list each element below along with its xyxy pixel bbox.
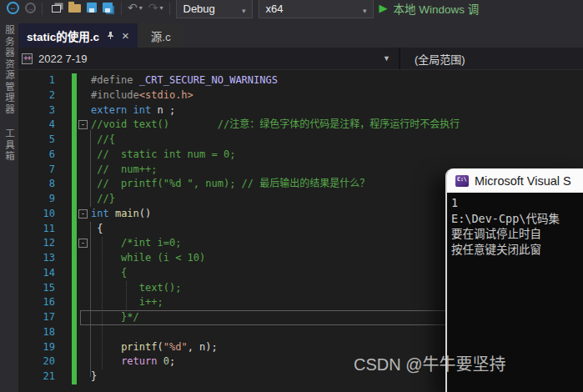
tab-label: static的使用.c — [27, 28, 99, 44]
line-number: 11 — [18, 222, 55, 237]
line-number: 16 — [18, 295, 55, 310]
line-number: 14 — [18, 266, 55, 281]
undo-icon[interactable]: ↶▾ — [128, 1, 143, 14]
code-line: 2#include<stdio.h> — [18, 88, 583, 103]
console-line: 1 — [451, 195, 583, 211]
code-text[interactable]: #define _CRT_SECURE_NO_WARNINGS — [91, 73, 583, 88]
fold-margin — [77, 133, 91, 148]
line-number: 3 — [18, 103, 55, 118]
code-text[interactable]: extern int n ; — [91, 103, 583, 118]
line-number: 5 — [18, 133, 55, 148]
fold-margin — [77, 222, 91, 237]
line-number: 21 — [18, 369, 55, 384]
fold-toggle[interactable]: - — [78, 209, 88, 219]
indent-guide — [102, 237, 103, 369]
fold-margin — [77, 251, 91, 266]
vs-ide-window: ← → ↶▾ ↷▾ Debug ▾ x64 ▾ ▶ 本地 Windows 调 s… — [0, 0, 583, 392]
line-number: 17 — [18, 310, 55, 325]
fold-margin — [77, 369, 91, 384]
line-number: 12 — [18, 236, 55, 251]
document-tabstrip: static的使用.c × 源.c — [0, 21, 583, 48]
line-number: 19 — [18, 340, 55, 355]
fold-margin — [77, 295, 91, 310]
platform-dropdown[interactable]: x64 ▾ — [259, 0, 374, 18]
tab-source-file[interactable]: 源.c — [138, 23, 183, 48]
fold-margin — [77, 88, 91, 103]
scope-name: (全局范围) — [415, 51, 465, 67]
code-line: 1#define _CRT_SECURE_NO_WARNINGS — [18, 73, 583, 88]
main-toolbar: ← → ↶▾ ↷▾ Debug ▾ x64 ▾ ▶ 本地 Windows 调 — [0, 0, 583, 21]
save-all-icon[interactable] — [103, 3, 115, 13]
chevron-down-icon: ▾ — [242, 7, 246, 15]
left-tool-sidebar: 服务器资源管理器工具箱 — [0, 21, 18, 392]
console-line: 要在调试停止时自 — [451, 226, 583, 242]
console-line: E:\Dev-Cpp\代码集 — [451, 211, 583, 227]
redo-icon[interactable]: ↷▾ — [148, 1, 163, 14]
code-text[interactable]: //{ — [91, 133, 583, 148]
fold-margin — [77, 266, 91, 281]
cpp-file-icon: ++ — [22, 53, 33, 64]
line-number: 9 — [18, 192, 55, 207]
outline-guide — [90, 222, 91, 377]
console-icon: C:\ — [455, 175, 469, 187]
code-text[interactable]: //void text() //注意：绿色字体的代码是注释，程序运行时不会执行 — [91, 118, 583, 133]
console-title-bar[interactable]: C:\ Microsoft Visual S — [447, 168, 583, 193]
line-number: 20 — [18, 354, 55, 369]
save-icon[interactable] — [87, 3, 97, 13]
pin-icon[interactable] — [106, 31, 115, 40]
code-line: 4-//void text() //注意：绿色字体的代码是注释，程序运行时不会执… — [18, 118, 583, 133]
sidebar-tool-tab[interactable]: 工具箱 — [3, 128, 16, 163]
fold-margin — [77, 103, 91, 118]
fold-margin — [77, 73, 91, 88]
sidebar-tool-tab[interactable]: 服务器资源管理器 — [3, 25, 16, 115]
start-debug-icon[interactable]: ▶ — [379, 2, 388, 14]
fold-margin — [77, 354, 91, 369]
line-number: 1 — [18, 73, 55, 88]
line-number: 13 — [18, 251, 55, 266]
nav-back-icon[interactable]: ← — [7, 2, 19, 14]
console-line: 按任意键关闭此窗 — [451, 242, 583, 258]
line-number: 7 — [18, 163, 55, 178]
code-text[interactable]: #include<stdio.h> — [91, 88, 583, 103]
outline-guide — [90, 130, 91, 207]
start-debug-label[interactable]: 本地 Windows 调 — [394, 0, 480, 17]
line-number: 10 — [18, 207, 55, 222]
project-name: 2022 7-19 — [38, 53, 88, 65]
fold-margin — [77, 177, 91, 192]
fold-toggle[interactable]: - — [78, 239, 88, 248]
line-number: 15 — [18, 281, 55, 296]
chevron-down-icon: ▼ — [383, 54, 390, 63]
fold-margin — [77, 340, 91, 355]
fold-margin — [77, 310, 91, 325]
tab-label: 源.c — [151, 28, 171, 44]
toolbar-separator — [169, 3, 170, 15]
toolbar-separator — [121, 3, 122, 15]
project-dropdown[interactable]: ++ 2022 7-19 ▼ — [18, 48, 399, 69]
platform-value: x64 — [266, 3, 284, 15]
toolbar-separator — [42, 3, 43, 15]
fold-margin — [77, 148, 91, 163]
line-number: 8 — [18, 177, 55, 192]
line-number: 2 — [18, 88, 55, 103]
tab-static-file[interactable]: static的使用.c × — [18, 23, 138, 48]
code-line: 3extern int n ; — [18, 103, 583, 118]
editor-navigation-bar: ++ 2022 7-19 ▼ (全局范围) — [18, 48, 583, 70]
nav-forward-icon[interactable]: → — [25, 3, 36, 13]
csdn-watermark: CSDN @牛牛要坚持 — [354, 351, 506, 375]
fold-margin — [77, 325, 91, 340]
code-line: 6 // static int num = 0; — [18, 148, 583, 163]
line-number: 6 — [18, 148, 55, 163]
console-title: Microsoft Visual S — [475, 174, 571, 188]
scope-dropdown[interactable]: (全局范围) — [400, 48, 583, 69]
line-number: 18 — [18, 325, 55, 340]
fold-margin: - — [77, 236, 91, 251]
code-text[interactable]: // static int num = 0; — [91, 148, 583, 163]
open-folder-icon[interactable] — [68, 3, 81, 13]
code-line: 5 //{ — [18, 133, 583, 148]
configuration-dropdown[interactable]: Debug ▾ — [176, 0, 253, 18]
close-icon[interactable]: × — [122, 29, 129, 42]
chevron-down-icon: ▾ — [363, 7, 367, 15]
new-window-icon[interactable] — [48, 3, 63, 13]
fold-toggle[interactable]: - — [78, 120, 88, 129]
line-number: 4 — [18, 118, 55, 133]
